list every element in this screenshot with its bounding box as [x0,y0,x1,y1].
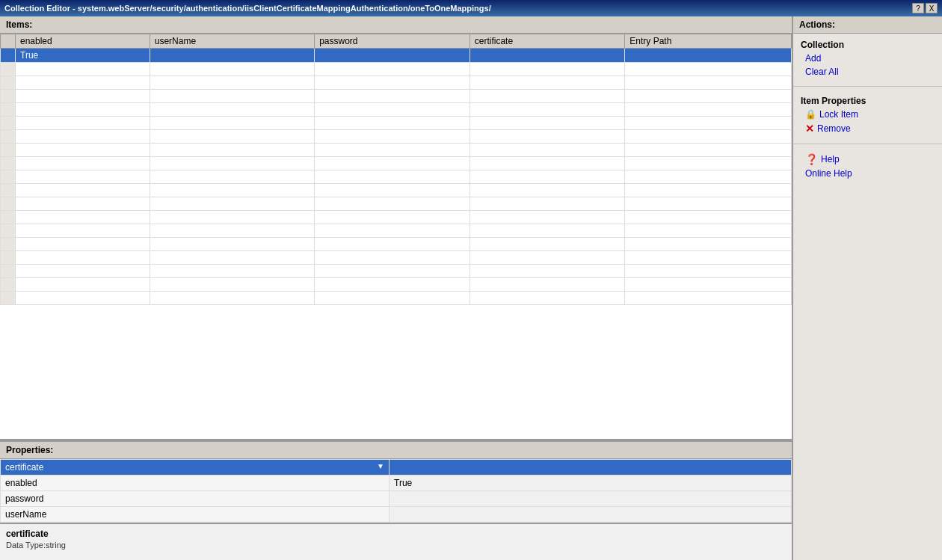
item-properties-group: Item Properties 🔒 Lock Item ✕ Remove [793,90,942,141]
online-help-link[interactable]: Online Help [793,167,942,180]
lock-item-label: Lock Item [819,109,858,120]
collection-group-title: Collection [793,38,942,52]
properties-table: certificate ▼ enabled True password [0,459,792,523]
properties-section-header: Properties: [0,442,792,459]
table-row[interactable] [1,265,792,278]
property-row[interactable]: password [1,491,792,507]
cell-password [315,49,470,63]
online-help-label: Online Help [805,168,852,179]
row-number [1,49,16,63]
property-value-cell: True [390,476,792,491]
cell-entrypath [625,49,792,63]
property-row[interactable]: certificate ▼ [1,460,792,476]
property-name-cell: userName [1,507,390,523]
table-row[interactable] [1,157,792,170]
col-enabled: enabled [16,34,150,49]
property-row[interactable]: enabled True [1,476,792,491]
col-rownum [1,34,16,49]
right-panel: Actions: Collection Add Clear All Item P… [792,16,942,560]
table-row[interactable] [1,224,792,238]
table-row[interactable] [1,292,792,305]
x-icon: ✕ [805,123,814,135]
title-bar: Collection Editor - system.webServer/sec… [0,0,942,16]
table-row[interactable] [1,90,792,103]
description-title: certificate [6,529,786,539]
col-entrypath: Entry Path [625,34,792,49]
table-row[interactable] [1,76,792,90]
title-bar-buttons: ? X [912,3,938,13]
items-header-row: enabled userName password certificate En… [1,34,792,49]
table-row[interactable] [1,130,792,144]
clear-all-label: Clear All [805,67,839,77]
actions-label: Actions: [799,19,835,30]
cell-certificate [470,49,625,63]
description-panel: certificate Data Type:string [0,523,792,560]
table-row[interactable] [1,103,792,117]
property-name-cell: enabled [1,476,390,491]
collection-group: Collection Add Clear All [793,34,942,83]
table-row[interactable] [1,251,792,265]
divider-2 [793,144,942,144]
table-row[interactable] [1,197,792,211]
title-bar-text: Collection Editor - system.webServer/sec… [4,4,491,13]
help-label: Help [821,154,840,164]
properties-section: Properties: certificate ▼ enabled True [0,440,792,523]
left-panel: Items: enabled userName password certifi… [0,16,792,560]
help-link[interactable]: ❓ Help [793,152,942,167]
table-row[interactable] [1,184,792,197]
table-row[interactable] [1,144,792,157]
help-button[interactable]: ? [912,3,924,13]
table-row[interactable]: True [1,49,792,63]
table-row[interactable] [1,238,792,251]
item-properties-group-title: Item Properties [793,94,942,108]
description-text: Data Type:string [6,541,786,550]
table-row[interactable] [1,170,792,184]
divider-1 [793,86,942,87]
question-icon: ❓ [805,153,818,165]
property-row[interactable]: userName [1,507,792,523]
help-group: ❓ Help Online Help [793,147,942,185]
items-section-header: Items: [0,16,792,34]
col-username: userName [150,34,314,49]
sort-icon: ▼ [377,462,384,470]
property-value-cell [390,460,792,476]
main-layout: Items: enabled userName password certifi… [0,16,942,560]
lock-item-link[interactable]: 🔒 Lock Item [793,108,942,121]
lock-icon: 🔒 [805,109,816,120]
property-name-cell: certificate ▼ [1,460,390,476]
property-value-cell [390,491,792,507]
items-grid[interactable]: enabled userName password certificate En… [0,34,792,440]
add-label: Add [805,53,821,64]
property-name-cell: password [1,491,390,507]
table-row[interactable] [1,117,792,130]
actions-header: Actions: [793,16,942,34]
table-row[interactable] [1,211,792,224]
property-value-cell [390,507,792,523]
remove-label: Remove [817,123,851,134]
cell-username [150,49,314,63]
remove-link[interactable]: ✕ Remove [793,121,942,136]
cell-enabled: True [16,49,150,63]
col-certificate: certificate [470,34,625,49]
close-button[interactable]: X [926,3,938,13]
items-table: enabled userName password certificate En… [0,34,792,305]
table-row[interactable] [1,63,792,76]
table-row[interactable] [1,278,792,292]
clear-all-link[interactable]: Clear All [793,65,942,79]
col-password: password [315,34,470,49]
add-link[interactable]: Add [793,52,942,65]
